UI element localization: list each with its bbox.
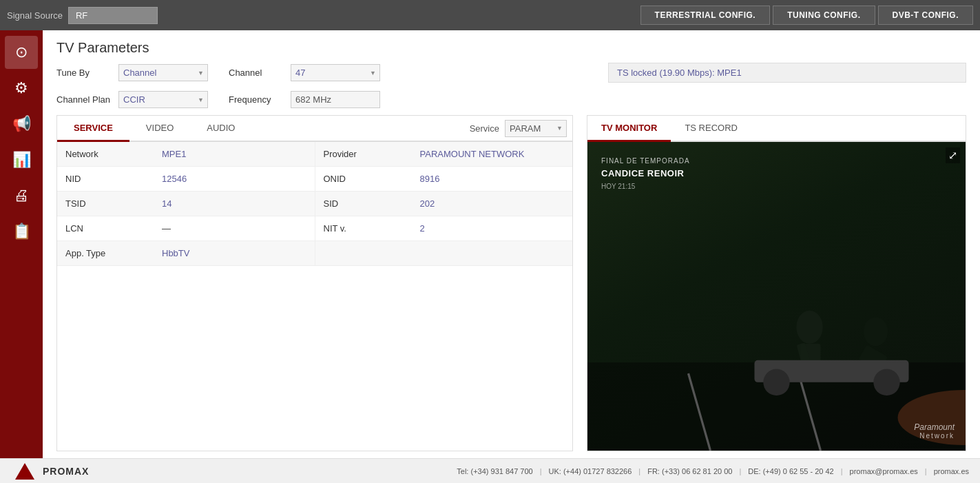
sidebar-icon-chart[interactable]: 📊 — [5, 143, 38, 176]
channel-plan-group: Channel Plan CCIR — [56, 91, 208, 108]
main-layout: ⊙ ⚙ 📢 📊 🖨 📋 TV Parameters Tune By Channe… — [0, 30, 980, 458]
sidebar: ⊙ ⚙ 📢 📊 🖨 📋 — [0, 30, 43, 458]
key-apptype: App. Type — [57, 241, 154, 265]
footer-tel-fr: FR: (+33) 06 62 81 20 00 — [647, 467, 732, 475]
sidebar-icon-dashboard[interactable]: ⊙ — [5, 36, 38, 69]
table-row: NID 12546 ONID 8916 — [57, 167, 572, 192]
val-empty — [412, 241, 573, 265]
video-placeholder: FINAL DE TEMPORADA CANDICE RENOIR HOY 21… — [587, 142, 966, 451]
tuning-config-button[interactable]: TUNING CONFIG. — [773, 6, 875, 25]
key-lcn: LCN — [57, 216, 154, 240]
svg-point-14 — [763, 369, 789, 395]
channel-plan-label: Channel Plan — [56, 94, 112, 105]
footer-logo: PROMAX — [11, 461, 89, 482]
sidebar-icon-print[interactable]: 🖨 — [5, 179, 38, 212]
frequency-value: 682 MHz — [291, 91, 380, 108]
table-row: LCN — NIT v. 2 — [57, 216, 572, 241]
channel-select-wrapper: 47 — [291, 64, 380, 81]
table-row: Network MPE1 Provider PARAMOUNT NETWORK — [57, 142, 572, 167]
key-empty — [315, 241, 412, 265]
tab-video[interactable]: VIDEO — [129, 116, 190, 142]
service-field-label: Service — [470, 123, 499, 134]
tune-by-select[interactable]: Channel — [118, 64, 208, 81]
sidebar-icon-signal[interactable]: 📢 — [5, 107, 38, 141]
footer-sep-1: | — [540, 467, 542, 475]
footer-tel-de: DE: (+49) 0 62 55 - 20 42 — [748, 467, 833, 475]
channel-plan-select-wrapper: CCIR — [118, 91, 208, 108]
footer-sep-4: | — [841, 467, 843, 475]
service-selector-area: Service PARAM — [470, 116, 572, 141]
top-bar: Signal Source RF TERRESTRIAL CONFIG. TUN… — [0, 0, 980, 30]
val-network: MPE1 — [154, 142, 315, 166]
signal-source-label: Signal Source — [7, 10, 63, 21]
logo-triangle — [15, 463, 34, 480]
overlay-line3: HOY 21:15 — [601, 181, 690, 192]
monitor-tabs: TV MONITOR TS RECORD — [587, 116, 966, 142]
top-bar-buttons: TERRESTRIAL CONFIG. TUNING CONFIG. DVB-T… — [640, 6, 973, 25]
footer-web: promax.es — [934, 467, 969, 475]
footer-sep-3: | — [739, 467, 741, 475]
right-panel: TV MONITOR TS RECORD ⤢ — [587, 115, 966, 451]
footer-email: promax@promax.es — [850, 467, 918, 475]
left-panel: SERVICE VIDEO AUDIO Service PARAM — [56, 115, 573, 451]
tab-bar: SERVICE VIDEO AUDIO Service PARAM — [57, 116, 572, 142]
video-overlay-logo: Paramount Network — [914, 422, 955, 440]
footer-sep-2: | — [638, 467, 640, 475]
svg-point-11 — [864, 317, 888, 346]
val-nitv: 2 — [412, 216, 573, 240]
footer-contacts: Tel: (+34) 931 847 700 | UK: (+44) 01727… — [457, 467, 969, 475]
sidebar-icon-list[interactable]: 📋 — [5, 215, 38, 248]
frequency-group: Frequency 682 MHz — [229, 91, 380, 108]
overlay-line1: FINAL DE TEMPORADA — [601, 156, 690, 167]
channel-label: Channel — [229, 68, 284, 78]
val-tsid: 14 — [154, 192, 315, 216]
footer-tel-uk: UK: (+44) 01727 832266 — [549, 467, 632, 475]
logo-line2: Network — [914, 432, 955, 440]
monitor-tab-ts[interactable]: TS RECORD — [671, 116, 751, 142]
table-row: App. Type HbbTV — [57, 241, 572, 266]
key-nitv: NIT v. — [315, 216, 412, 240]
dvbt-config-button[interactable]: DVB-T CONFIG. — [878, 6, 974, 25]
params-section: Tune By Channel Channel 47 TS l — [43, 63, 980, 115]
channel-plan-select[interactable]: CCIR — [118, 91, 208, 108]
channel-select[interactable]: 47 — [291, 64, 380, 81]
key-network: Network — [57, 142, 154, 166]
tab-audio[interactable]: AUDIO — [190, 116, 251, 142]
monitor-content: ⤢ — [587, 142, 966, 451]
footer-sep-5: | — [925, 467, 927, 475]
tune-by-group: Tune By Channel — [56, 64, 208, 81]
logo-text: PROMAX — [43, 466, 89, 477]
val-nid: 12546 — [154, 167, 315, 191]
tab-service[interactable]: SERVICE — [57, 116, 129, 142]
footer-tel-es: Tel: (+34) 931 847 700 — [457, 467, 532, 475]
key-onid: ONID — [315, 167, 412, 191]
monitor-tab-tv[interactable]: TV MONITOR — [587, 116, 671, 142]
logo-icon — [11, 461, 39, 482]
expand-icon[interactable]: ⤢ — [946, 147, 960, 163]
service-select[interactable]: PARAM — [505, 120, 567, 137]
key-sid: SID — [315, 192, 412, 216]
val-lcn: — — [154, 216, 315, 240]
params-row-1: Tune By Channel Channel 47 TS l — [56, 63, 966, 83]
terrestrial-config-button[interactable]: TERRESTRIAL CONFIG. — [640, 6, 771, 25]
content-area: TV Parameters Tune By Channel Channel — [43, 30, 980, 458]
key-tsid: TSID — [57, 192, 154, 216]
sidebar-icon-settings[interactable]: ⚙ — [5, 72, 38, 105]
footer: PROMAX Tel: (+34) 931 847 700 | UK: (+44… — [0, 458, 980, 483]
val-sid: 202 — [412, 192, 573, 216]
val-apptype: HbbTV — [154, 241, 315, 265]
frequency-label: Frequency — [229, 94, 284, 105]
val-provider: PARAMOUNT NETWORK — [412, 142, 573, 166]
svg-point-8 — [796, 311, 822, 344]
key-provider: Provider — [315, 142, 412, 166]
signal-source-value: RF — [68, 7, 158, 24]
table-row: TSID 14 SID 202 — [57, 192, 572, 216]
tune-by-select-wrapper: Channel — [118, 64, 208, 81]
status-bar: TS locked (19.90 Mbps): MPE1 — [608, 63, 966, 83]
two-panel: SERVICE VIDEO AUDIO Service PARAM — [43, 115, 980, 458]
params-row-2: Channel Plan CCIR Frequency 682 MHz — [56, 91, 966, 108]
logo-line1: Paramount — [914, 422, 955, 432]
page-title: TV Parameters — [43, 30, 980, 63]
key-nid: NID — [57, 167, 154, 191]
val-onid: 8916 — [412, 167, 573, 191]
